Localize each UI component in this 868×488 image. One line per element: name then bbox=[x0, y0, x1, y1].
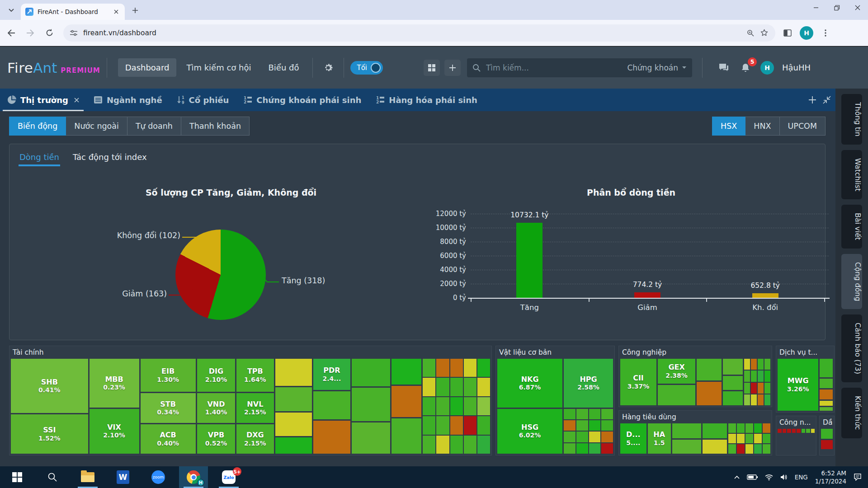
window-restore-button[interactable] bbox=[826, 0, 847, 15]
heatmap-mini-tile[interactable] bbox=[564, 409, 576, 419]
heatmap-tile-SHB[interactable]: SHB0.41% bbox=[11, 359, 88, 413]
heatmap-tile-CII[interactable]: CII3.37% bbox=[620, 359, 656, 405]
heatmap-tile-GEX[interactable]: GEX2.38% bbox=[658, 359, 695, 384]
heatmap-mini-tile[interactable] bbox=[751, 359, 757, 370]
heatmap-tile-HPG[interactable]: HPG2.58% bbox=[564, 359, 613, 408]
heatmap-mini-tile[interactable] bbox=[564, 432, 576, 442]
user-avatar[interactable]: H bbox=[760, 61, 774, 75]
heatmap-mini-tile[interactable] bbox=[745, 423, 753, 433]
browser-profile-avatar[interactable]: H bbox=[800, 26, 813, 40]
heatmap-mini-tile[interactable] bbox=[751, 371, 757, 381]
heatmap-tile[interactable] bbox=[820, 379, 833, 388]
heatmap-tile-MWG[interactable]: MWG3.26% bbox=[778, 359, 818, 411]
heatmap-tile-VND[interactable]: VND1.40% bbox=[197, 393, 235, 422]
heatmap-mini-tile[interactable] bbox=[744, 383, 750, 394]
heatmap-tile[interactable] bbox=[820, 359, 833, 377]
heatmap-mini-tile[interactable] bbox=[589, 432, 601, 442]
heatmap-mini-tile[interactable] bbox=[464, 416, 476, 434]
heatmap-mini-tile[interactable] bbox=[754, 434, 762, 443]
sidebar-item-canh-bao[interactable]: Cảnh báo (73) bbox=[841, 314, 862, 382]
add-tab-icon[interactable] bbox=[808, 96, 816, 104]
heatmap-tile[interactable] bbox=[392, 386, 421, 417]
heatmap-mini-tile[interactable] bbox=[436, 436, 449, 454]
back-icon[interactable] bbox=[4, 25, 19, 41]
nav-dashboard[interactable]: Dashboard bbox=[118, 58, 177, 77]
heatmap-tile[interactable] bbox=[820, 407, 833, 411]
heatmap-tile[interactable] bbox=[821, 429, 833, 439]
heatmap-tile[interactable] bbox=[703, 423, 727, 438]
sidebar-item-bai-viet[interactable]: Bài viết bbox=[841, 205, 862, 248]
heatmap-tile-D[interactable]: D...5.... bbox=[620, 423, 646, 454]
input-language[interactable]: ENG bbox=[795, 474, 808, 481]
heatmap-mini-tile[interactable] bbox=[589, 420, 601, 431]
search-scope-dropdown[interactable]: Chứng khoán bbox=[627, 63, 687, 72]
heatmap-tile[interactable] bbox=[697, 359, 721, 380]
hidden-icons-chevron[interactable] bbox=[734, 475, 740, 479]
nav-tim-kiem-co-hoi[interactable]: Tìm kiếm cơ hội bbox=[179, 58, 258, 77]
tab-co-phieu[interactable]: 19 Cổ phiếu bbox=[170, 89, 236, 111]
heatmap-tile[interactable] bbox=[820, 389, 833, 400]
chat-icon[interactable] bbox=[717, 61, 731, 75]
heatmap-mini-tile[interactable] bbox=[436, 359, 449, 377]
taskbar-file-explorer-icon[interactable] bbox=[73, 466, 102, 488]
browser-tab[interactable]: FireAnt - Dashboard bbox=[21, 4, 125, 20]
heatmap-mini-tile[interactable] bbox=[728, 423, 736, 433]
sidebar-item-watchlist[interactable]: Watchlist bbox=[841, 150, 862, 199]
heatmap-mini-tile[interactable] bbox=[464, 397, 476, 415]
heatmap-tile[interactable] bbox=[313, 391, 350, 419]
heatmap-tile-HSG[interactable]: HSG6.02% bbox=[497, 409, 562, 454]
heatmap-tile-VPB[interactable]: VPB0.52% bbox=[197, 424, 235, 454]
heatmap-tile-SSI[interactable]: SSI1.52% bbox=[11, 414, 88, 454]
heatmap-mini-tile[interactable] bbox=[477, 436, 490, 454]
heatmap-tile-STB[interactable]: STB0.34% bbox=[141, 393, 196, 422]
heatmap-mini-tile[interactable] bbox=[737, 423, 745, 433]
heatmap-mini-tile[interactable] bbox=[763, 444, 770, 454]
heatmap-tile[interactable] bbox=[723, 359, 743, 375]
site-info-icon[interactable] bbox=[70, 30, 78, 36]
heatmap-tile-NKG[interactable]: NKG6.87% bbox=[497, 359, 562, 408]
heatmap-tile[interactable] bbox=[352, 422, 390, 454]
taskbar-clock[interactable]: 6:52 AM 1/17/2024 bbox=[815, 469, 846, 485]
network-wifi-icon[interactable] bbox=[765, 474, 773, 480]
heatmap-mini-tile[interactable] bbox=[754, 423, 762, 433]
action-center-icon[interactable] bbox=[854, 474, 862, 481]
heatmap-tile-VIX[interactable]: VIX2.10% bbox=[90, 409, 139, 454]
heatmap-mini-tile[interactable] bbox=[477, 397, 490, 415]
heatmap-mini-tile[interactable] bbox=[737, 434, 745, 443]
heatmap-mini-tile[interactable] bbox=[436, 378, 449, 396]
heatmap-mini-tile[interactable] bbox=[601, 432, 613, 442]
heatmap-mini-tile[interactable] bbox=[744, 394, 750, 405]
heatmap-tile-HA[interactable]: HA1.5 bbox=[648, 423, 671, 454]
dark-mode-toggle[interactable]: Tối bbox=[350, 61, 383, 75]
tab-close-icon[interactable] bbox=[112, 8, 120, 16]
taskbar-search-icon[interactable] bbox=[38, 466, 67, 488]
heatmap-mini-tile[interactable] bbox=[744, 359, 750, 370]
heatmap-tile[interactable] bbox=[697, 382, 721, 405]
heatmap-tile[interactable] bbox=[392, 359, 421, 385]
battery-icon[interactable] bbox=[747, 474, 758, 480]
collapse-panel-icon[interactable] bbox=[823, 96, 831, 104]
heatmap-mini-tile[interactable] bbox=[576, 443, 588, 454]
heatmap-tile[interactable] bbox=[672, 423, 701, 438]
heatmap-mini-tile[interactable] bbox=[423, 416, 435, 434]
heatmap-mini-tile[interactable] bbox=[576, 420, 588, 431]
heatmap-mini-tile[interactable] bbox=[806, 429, 810, 433]
taskbar-zoom-icon[interactable]: zoom bbox=[144, 466, 173, 488]
heatmap-mini-tile[interactable] bbox=[758, 359, 764, 370]
heatmap-mini-tile[interactable] bbox=[423, 397, 435, 415]
sidebar-item-thong-tin[interactable]: Thông tin bbox=[841, 94, 862, 145]
heatmap-tile[interactable] bbox=[821, 440, 833, 449]
heatmap-tile[interactable] bbox=[820, 401, 833, 405]
taskbar-chrome-icon[interactable]: H bbox=[179, 466, 208, 488]
reload-icon[interactable] bbox=[42, 25, 57, 41]
heatmap-tile-EIB[interactable]: EIB1.30% bbox=[141, 359, 196, 392]
heatmap-tile-ACB[interactable]: ACB0.40% bbox=[141, 424, 196, 454]
settings-gear-icon[interactable] bbox=[319, 59, 337, 77]
heatmap-mini-tile[interactable] bbox=[728, 444, 736, 454]
heatmap-mini-tile[interactable] bbox=[744, 371, 750, 381]
sidebar-item-kien-thuc[interactable]: Kiến thức bbox=[841, 388, 862, 438]
heatmap-mini-tile[interactable] bbox=[745, 444, 753, 454]
heatmap-tile-DXG[interactable]: DXG2.15% bbox=[236, 424, 274, 454]
heatmap-mini-tile[interactable] bbox=[564, 443, 576, 454]
heatmap-mini-tile[interactable] bbox=[477, 378, 490, 396]
